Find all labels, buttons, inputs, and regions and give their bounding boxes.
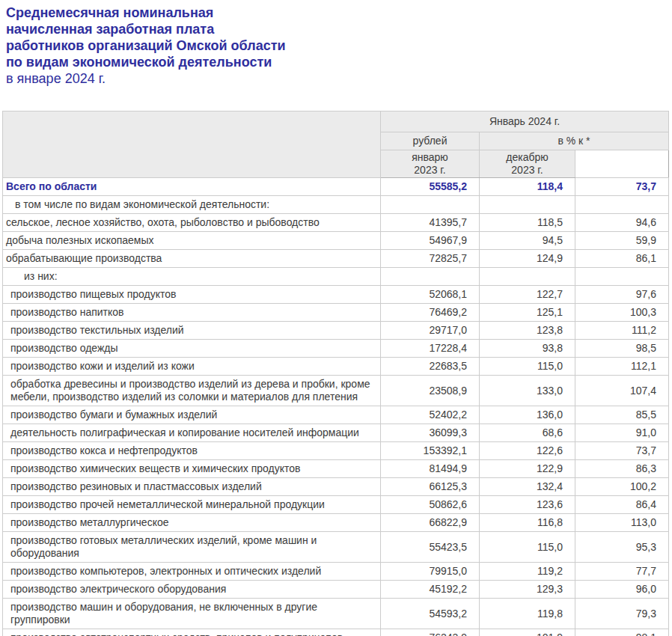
row-value-to-december: 98,1 xyxy=(575,629,669,636)
row-value-rubles: 76243,9 xyxy=(381,629,480,636)
row-label: деятельность полиграфическая и копирован… xyxy=(3,424,381,442)
row-value-to-january: 119,2 xyxy=(480,563,575,581)
row-value-to-january: 116,8 xyxy=(480,514,575,532)
table-row: добыча полезных ископаемых54967,994,559,… xyxy=(3,232,669,250)
row-value-to-december: 85,5 xyxy=(575,406,669,424)
row-value-to-december: 113,0 xyxy=(575,514,669,532)
row-value-to-january: 118,4 xyxy=(480,178,575,196)
row-label: производство резиновых и пластмассовых и… xyxy=(3,478,381,496)
page-title: Среднемесячная номинальная начисленная з… xyxy=(6,4,672,87)
row-label: обрабатывающие производства xyxy=(3,250,381,268)
row-label: производство химических веществ и химиче… xyxy=(3,460,381,478)
row-value-rubles: 72825,7 xyxy=(381,250,480,268)
row-value-rubles: 76469,2 xyxy=(381,304,480,322)
row-value-rubles: 52402,2 xyxy=(381,406,480,424)
row-label: производство бумаги и бумажных изделий xyxy=(3,406,381,424)
table-row: обрабатывающие производства72825,7124,98… xyxy=(3,250,669,268)
row-value-to-december: 100,3 xyxy=(575,304,669,322)
table-row: в том числе по видам экономической деяте… xyxy=(3,196,669,214)
row-value-to-january: 129,3 xyxy=(480,581,575,599)
row-value-to-december: 91,0 xyxy=(575,424,669,442)
table-row: производство компьютеров, электронных и … xyxy=(3,563,669,581)
row-label: Всего по области xyxy=(3,178,381,196)
row-value-to-january: 136,0 xyxy=(480,406,575,424)
row-value-rubles: 54593,2 xyxy=(381,599,480,629)
table-row: деятельность полиграфическая и копирован… xyxy=(3,424,669,442)
row-value-to-december: 107,4 xyxy=(575,376,669,406)
row-value-to-december xyxy=(575,268,669,286)
row-value-rubles: 50862,6 xyxy=(381,496,480,514)
header-row-period: Январь 2024 г. xyxy=(3,111,669,132)
rubles-header: рублей xyxy=(381,132,480,150)
row-value-rubles: 52068,1 xyxy=(381,286,480,304)
header-line: январю xyxy=(412,151,448,163)
table-row: производство бумаги и бумажных изделий52… xyxy=(3,406,669,424)
row-value-rubles: 23508,9 xyxy=(381,376,480,406)
table-row: производство кокса и нефтепродуктов15339… xyxy=(3,442,669,460)
row-value-to-january: 122,9 xyxy=(480,460,575,478)
title-line: Среднемесячная номинальная xyxy=(6,4,672,21)
table-row: производство машин и оборудования, не вк… xyxy=(3,599,669,629)
row-value-to-december: 77,7 xyxy=(575,563,669,581)
row-value-rubles: 45192,2 xyxy=(381,581,480,599)
row-label: из них: xyxy=(3,268,381,286)
table-row: обработка древесины и производство издел… xyxy=(3,376,669,406)
row-value-to-december: 86,4 xyxy=(575,496,669,514)
table-row: сельское, лесное хозяйство, охота, рыбол… xyxy=(3,214,669,232)
row-value-to-january: 101,9 xyxy=(480,629,575,636)
corner-cell xyxy=(3,111,381,178)
table-row: производство автотранспортных средств, п… xyxy=(3,629,669,636)
row-value-to-december: 73,7 xyxy=(575,442,669,460)
row-value-to-december xyxy=(575,196,669,214)
row-label: обработка древесины и производство издел… xyxy=(3,376,381,406)
to-january-header: январю2023 г. xyxy=(381,150,480,178)
row-value-rubles: 55423,5 xyxy=(381,532,480,563)
row-value-to-january: 122,7 xyxy=(480,286,575,304)
row-label: производство пищевых продуктов xyxy=(3,286,381,304)
row-value-to-december: 98,5 xyxy=(575,340,669,358)
table-row: производство металлургическое66822,9116,… xyxy=(3,514,669,532)
row-value-to-december: 95,3 xyxy=(575,532,669,563)
table-row: производство химических веществ и химиче… xyxy=(3,460,669,478)
row-value-to-january: 122,6 xyxy=(480,442,575,460)
row-value-rubles: 153392,1 xyxy=(381,442,480,460)
row-value-to-december: 59,9 xyxy=(575,232,669,250)
row-value-rubles xyxy=(381,196,480,214)
row-value-to-december: 111,2 xyxy=(575,322,669,340)
row-value-to-january: 118,5 xyxy=(480,214,575,232)
table-row: производство текстильных изделий29717,01… xyxy=(3,322,669,340)
table-row: производство прочей неметаллической мине… xyxy=(3,496,669,514)
table-row: производство напитков76469,2125,1100,3 xyxy=(3,304,669,322)
row-value-to-january: 124,9 xyxy=(480,250,575,268)
header-line: декабрю xyxy=(506,151,548,163)
row-value-rubles: 54967,9 xyxy=(381,232,480,250)
row-value-to-january: 93,8 xyxy=(480,340,575,358)
row-value-to-january xyxy=(480,196,575,214)
title-period: в январе 2024 г. xyxy=(6,70,672,87)
row-label: производство готовых металлических издел… xyxy=(3,532,381,563)
title-line: по видам экономической деятельности xyxy=(6,54,672,70)
row-label: производство металлургическое xyxy=(3,514,381,532)
row-label: производство электрического оборудования xyxy=(3,581,381,599)
row-value-rubles: 66125,3 xyxy=(381,478,480,496)
row-value-rubles: 81494,9 xyxy=(381,460,480,478)
header-line: 2023 г. xyxy=(511,164,543,176)
wage-table: Январь 2024 г. рублей в % к * январю2023… xyxy=(2,111,669,636)
row-value-to-january: 123,8 xyxy=(480,322,575,340)
table-row: производство одежды17228,493,898,5 xyxy=(3,340,669,358)
row-value-to-december: 112,1 xyxy=(575,358,669,376)
row-label: производство машин и оборудования, не вк… xyxy=(3,599,381,629)
row-value-to-december: 96,0 xyxy=(575,581,669,599)
table-row: из них: xyxy=(3,268,669,286)
title-line: работников организаций Омской области xyxy=(6,37,672,54)
row-value-rubles: 55585,2 xyxy=(381,178,480,196)
row-label: производство кожи и изделий из кожи xyxy=(3,358,381,376)
row-value-rubles: 17228,4 xyxy=(381,340,480,358)
table-row: Всего по области55585,2118,473,7 xyxy=(3,178,669,196)
row-value-to-january: 68,6 xyxy=(480,424,575,442)
table-row: производство готовых металлических издел… xyxy=(3,532,669,563)
row-value-rubles: 22683,5 xyxy=(381,358,480,376)
table-header: Январь 2024 г. рублей в % к * январю2023… xyxy=(3,111,669,178)
title-line: начисленная заработная плата xyxy=(6,21,672,37)
row-value-to-december: 94,6 xyxy=(575,214,669,232)
